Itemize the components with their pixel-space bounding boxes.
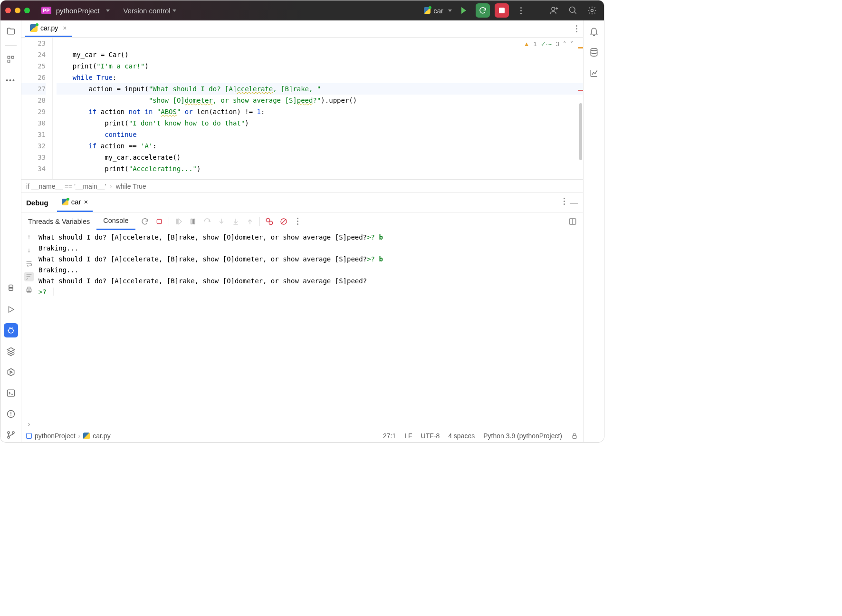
python-interpreter[interactable]: Python 3.9 (pythonProject) [483,432,562,440]
debug-button[interactable] [476,3,490,18]
debug-tool[interactable] [4,323,18,337]
svg-point-1 [570,7,575,13]
prev-highlight[interactable]: ˄ [563,40,566,48]
sciview-tool[interactable] [587,66,601,80]
search-icon [568,6,578,15]
code-content[interactable]: my_car = Car() print("I'm a car!") while… [53,38,583,179]
step-over-button[interactable] [202,217,212,226]
svg-point-24 [591,48,597,51]
editor-tab-car[interactable]: car.py × [25,20,72,37]
python-packages-icon [6,284,16,293]
run-config-name: car [433,7,443,15]
version-control-menu[interactable]: Version control [123,7,176,15]
debug-session-tab[interactable]: car × [57,193,93,212]
status-project[interactable]: pythonProject [35,432,76,440]
svg-rect-21 [28,287,30,289]
run-button[interactable] [457,3,471,18]
hexagon-play-icon [6,367,16,377]
inspections-widget[interactable]: ▲ 1 ✓⁓ 3 ˄ ˅ [524,40,574,48]
hide-panel[interactable]: — [570,198,578,208]
threads-variables-tab[interactable]: Threads & Variables [21,212,96,230]
resume-button[interactable] [174,217,183,226]
chevron-right-icon: › [78,432,81,440]
settings[interactable] [585,3,599,18]
folder-icon [6,27,16,36]
python-console-tool[interactable] [4,344,18,358]
step-into-button[interactable] [217,217,226,226]
window-minimize[interactable] [15,8,20,13]
structure-icon [7,55,15,64]
svg-rect-22 [28,291,30,293]
svg-point-2 [591,10,593,12]
next-highlight[interactable]: ˅ [570,40,574,48]
console-expand[interactable]: › [24,419,34,429]
chevron-right-icon: › [110,183,112,190]
console-tab[interactable]: Console [96,212,135,230]
editor-tabs: car.py × [21,20,583,38]
python-icon [62,199,68,205]
window-maximize[interactable] [24,8,30,13]
chevron-down-icon[interactable] [106,10,110,12]
project-selector[interactable]: pythonProject [56,7,100,15]
more-tools[interactable]: ••• [4,73,18,87]
svg-rect-13 [176,219,177,224]
search-everywhere[interactable] [566,3,580,18]
status-file[interactable]: car.py [93,432,110,440]
mute-breakpoints-button[interactable] [279,217,288,226]
dots-vertical-icon [297,218,298,225]
breadcrumbs[interactable]: if __name__ == '__main__' › while True [21,179,583,192]
project-icon [26,433,32,439]
soft-wrap[interactable] [24,259,34,268]
warning-count: 1 [534,40,537,48]
terminal-tool[interactable] [4,386,18,400]
run-config-selector[interactable]: car [424,7,452,15]
notifications-tool[interactable] [587,24,601,38]
structure-tool[interactable] [4,52,18,67]
database-tool[interactable] [587,45,601,59]
run-tool[interactable] [4,302,18,317]
pause-button[interactable] [188,217,198,226]
stop-button[interactable] [154,217,164,226]
step-over-icon [203,217,211,226]
svg-rect-14 [191,219,192,224]
debugger-more[interactable] [293,217,303,226]
layout-settings[interactable] [568,217,577,226]
problems-tool[interactable] [4,407,18,421]
cursor-position[interactable]: 27:1 [383,432,396,440]
stop-button[interactable] [495,3,509,18]
indent-settings[interactable]: 4 spaces [448,432,475,440]
lock-icon[interactable] [571,432,578,440]
more-actions[interactable] [514,3,528,18]
window-close[interactable] [5,8,11,13]
error-stripe[interactable] [578,38,583,179]
step-into-my-button[interactable] [231,217,240,226]
bug-icon [6,326,16,335]
scroll-down[interactable]: ↓ [24,245,34,255]
line-separator[interactable]: LF [404,432,412,440]
vcs-tool[interactable] [4,428,18,442]
editor[interactable]: 232425262728293031323334 my_car = Car() … [21,38,583,179]
services-tool[interactable] [4,365,18,379]
tab-options[interactable] [576,25,577,32]
svg-rect-23 [573,435,576,438]
close-tab-icon[interactable]: × [63,24,67,32]
print[interactable] [24,285,34,295]
bell-icon [589,27,599,36]
chevron-down-icon [172,10,176,12]
printer-icon [25,286,33,294]
project-tool[interactable] [4,24,18,38]
crumb-scope[interactable]: while True [116,183,146,190]
debug-options[interactable] [564,198,565,208]
step-out-icon [246,217,254,226]
step-out-button[interactable] [245,217,255,226]
close-session-icon[interactable]: × [84,198,88,206]
console-output[interactable]: What should I do? [A]ccelerate, [B]rake,… [37,230,583,429]
scroll-to-end[interactable] [24,272,34,281]
view-breakpoints-button[interactable] [265,217,274,226]
code-with-me[interactable] [547,3,561,18]
file-encoding[interactable]: UTF-8 [421,432,440,440]
rerun-button[interactable] [140,217,150,226]
python-packages-tool[interactable] [4,281,18,296]
crumb-scope[interactable]: if __name__ == '__main__' [26,183,106,190]
scroll-up[interactable]: ↑ [24,232,34,241]
